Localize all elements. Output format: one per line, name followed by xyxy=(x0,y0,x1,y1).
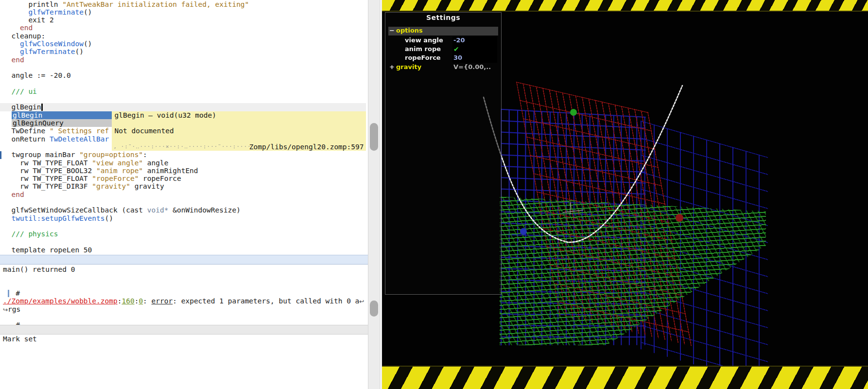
tweakbar-value[interactable]: -20 xyxy=(452,36,497,45)
code-line[interactable]: glfwCloseWindow() xyxy=(3,40,92,48)
tweakbar-row-ropeForce[interactable]: ropeForce30 xyxy=(388,54,498,63)
code-segment: 160 xyxy=(122,297,134,305)
code-line[interactable]: rw TW_TYPE_FLOAT "view angle" angle xyxy=(3,159,168,167)
completion-item-glBegin[interactable]: glBegin xyxy=(12,111,112,119)
tweakbar-value[interactable]: V={0.00,.. xyxy=(452,63,497,72)
expand-icon[interactable]: + xyxy=(389,63,395,71)
code-line[interactable]: rw TW_TYPE_BOOL32 "anim rope" animRightE… xyxy=(3,167,198,175)
code-line[interactable]: /// physics xyxy=(3,230,58,238)
tweakbar-row-options[interactable]: −options xyxy=(388,27,498,35)
code-line[interactable]: cleanup: xyxy=(3,32,45,40)
tweakbar-value[interactable]: 30 xyxy=(452,54,497,63)
code-segment: ↪ xyxy=(3,306,8,313)
code-segment xyxy=(3,191,11,198)
code-segment: /// physics xyxy=(3,230,58,238)
code-segment: twgroup mainBar xyxy=(3,151,79,159)
code-line[interactable]: exit 2 xyxy=(3,16,54,24)
code-line[interactable]: end xyxy=(3,56,24,64)
tweakbar-panel[interactable]: Settings −optionsview angle-20anim rope✔… xyxy=(385,12,502,295)
completion-item-glBeginQuery[interactable]: glBeginQuery xyxy=(12,119,112,127)
code-line[interactable]: onReturn TwDeleteAllBar xyxy=(3,135,109,143)
code-line[interactable]: end xyxy=(3,24,33,32)
code-line[interactable]: glBegin xyxy=(3,103,41,111)
code-segment: ↩ xyxy=(359,298,364,305)
code-line[interactable]: rw TW_TYPE_FLOAT "ropeForce" ropeForce xyxy=(3,175,181,182)
code-segment: # xyxy=(3,289,20,297)
completion-popup[interactable]: glBeginglBeginQuery xyxy=(12,111,112,127)
code-segment: rw TW_TYPE_FLOAT xyxy=(3,159,92,167)
code-line[interactable]: /// ui xyxy=(3,88,37,95)
tweakbar-row-view-angle[interactable]: view angle-20 xyxy=(388,36,498,45)
code-segment: "AntTweakBar initialization failed, exit… xyxy=(62,0,249,8)
tweakbar-label: options xyxy=(396,27,423,34)
code-segment: rw TW_TYPE_DIR3F xyxy=(3,182,92,190)
code-line[interactable]: TwDefine " Settings ref xyxy=(3,127,109,135)
code-segment: gravity xyxy=(130,182,164,190)
code-segment: 0 xyxy=(139,297,143,305)
opengl-viewport[interactable]: Settings −optionsview angle-20anim rope✔… xyxy=(382,0,868,389)
code-segment: () xyxy=(105,214,113,222)
code-segment: () xyxy=(84,40,92,48)
code-segment: : xyxy=(143,297,151,305)
code-line[interactable]: main() returned 0 xyxy=(3,265,75,273)
code-segment: ./Zomp/examples/wobble.zomp xyxy=(3,297,118,305)
code-segment: rw TW_TYPE_BOOL32 xyxy=(3,167,96,175)
tweakbar-label: view angle xyxy=(405,36,443,44)
screen: println "AntTweakBar initialization fail… xyxy=(0,0,868,389)
code-segment xyxy=(3,24,20,32)
hazard-stripe-top xyxy=(382,0,868,12)
code-segment: "ropeForce" xyxy=(92,175,139,182)
code-segment: println xyxy=(3,0,62,8)
collapse-icon[interactable]: − xyxy=(389,27,395,34)
emacs-frame[interactable]: println "AntTweakBar initialization fail… xyxy=(0,0,382,389)
code-line[interactable]: # xyxy=(3,289,20,297)
code-segment: : xyxy=(143,151,147,159)
code-segment: onReturn xyxy=(3,135,50,143)
code-line[interactable]: rw TW_TYPE_DIR3F "gravity" gravity xyxy=(3,182,164,190)
code-line[interactable]: ./Zomp/examples/wobble.zomp:160:0: error… xyxy=(3,297,364,305)
scrollbar-thumb-top[interactable] xyxy=(370,123,378,151)
code-line[interactable]: glfwTerminate() xyxy=(3,8,92,16)
doc-tooltip: glBegin — void(u32 mode) Not documented … xyxy=(112,111,366,151)
code-segment xyxy=(3,40,20,48)
code-segment: TwDefine xyxy=(3,127,50,135)
tweakbar-row-anim-rope[interactable]: anim rope✔ xyxy=(388,45,498,54)
modeline-wobble[interactable]: 1 -:**- wobble.zomp 47% (160,9) Git:mast… xyxy=(0,255,382,265)
modeline-zomp-shell[interactable]: 2 U:**- *zomp-shell* 70% (38,0) (ZompSh:… xyxy=(0,325,382,335)
check-icon[interactable]: ✔ xyxy=(452,45,497,54)
code-line[interactable]: println "AntTweakBar initialization fail… xyxy=(3,0,249,8)
code-segment: error xyxy=(152,297,173,305)
tooltip-doc: Not documented xyxy=(115,127,174,135)
code-segment: void* xyxy=(147,206,169,214)
code-line[interactable]: twutil:setupGlfwEvents() xyxy=(3,214,113,222)
code-segment: "group=options" xyxy=(79,151,143,159)
code-line[interactable]: ↪rgs xyxy=(3,305,20,313)
tweakbar-label: gravity xyxy=(396,63,421,71)
code-line[interactable]: angle := -20.0 xyxy=(3,71,71,79)
tweakbar-row-gravity[interactable]: +gravityV={0.00,.. xyxy=(388,63,498,72)
code-segment: main() returned 0 xyxy=(3,265,75,273)
scrollbar-thumb-bottom[interactable] xyxy=(370,301,378,317)
code-segment: glfwCloseWindow xyxy=(20,40,84,48)
code-line[interactable]: glfwTerminate() xyxy=(3,48,84,55)
code-line[interactable]: end xyxy=(3,191,24,198)
code-line[interactable]: glfwSetWindowSizeCallback (cast void* &o… xyxy=(3,206,241,214)
code-segment: TwDeleteAllBar xyxy=(50,135,109,143)
code-segment: end xyxy=(20,24,33,32)
shell-cursor-bar xyxy=(8,290,9,297)
tweakbar-label: ropeForce xyxy=(405,54,441,61)
code-segment: () xyxy=(75,48,83,55)
code-segment: "view angle" xyxy=(92,159,143,167)
code-line[interactable]: twgroup mainBar "group=options": xyxy=(3,151,147,159)
text-cursor xyxy=(41,104,43,111)
tooltip-source-path: Zomp/libs/opengl20.zomp:597 xyxy=(249,143,364,151)
code-segment: end xyxy=(11,191,24,198)
code-segment: angle xyxy=(143,159,168,167)
code-segment: glfwTerminate xyxy=(28,8,84,16)
code-line[interactable]: template ropeLen 50 xyxy=(3,246,92,254)
scrollbar-track[interactable] xyxy=(368,0,380,389)
tweakbar-label: anim rope xyxy=(405,45,441,53)
code-segment: glfwTerminate xyxy=(20,48,75,55)
code-segment: exit 2 xyxy=(3,16,54,24)
code-segment xyxy=(3,56,11,64)
